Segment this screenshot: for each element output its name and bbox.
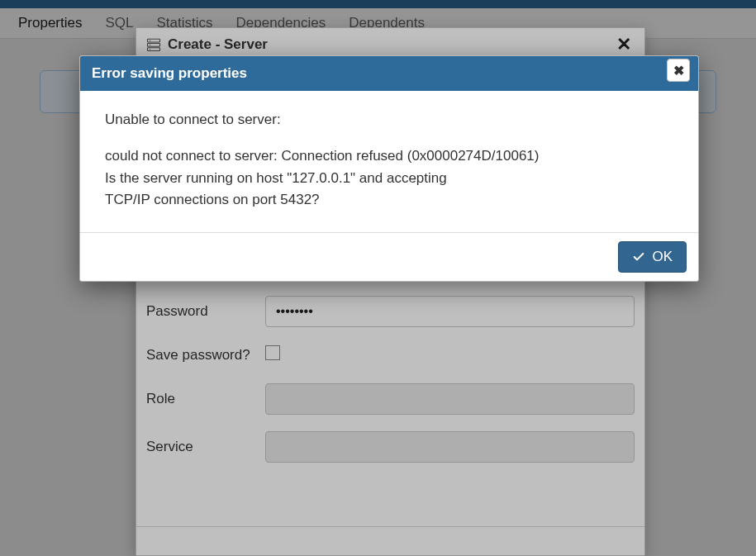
ok-button-label: OK <box>652 249 673 265</box>
error-dialog-footer: OK <box>80 232 698 281</box>
error-dialog-title: Error saving properties <box>92 65 663 82</box>
error-dialog-header: Error saving properties ✖ <box>80 56 698 91</box>
error-line-3: Is the server running on host "127.0.0.1… <box>105 168 673 189</box>
error-detail: could not connect to server: Connection … <box>105 145 673 211</box>
error-dialog-close-button[interactable]: ✖ <box>667 59 690 82</box>
error-line-2: could not connect to server: Connection … <box>105 145 673 167</box>
error-dialog-body: Unable to connect to server: could not c… <box>80 91 698 232</box>
check-icon <box>632 250 645 264</box>
error-line-1: Unable to connect to server: <box>105 109 673 131</box>
error-line-4: TCP/IP connections on port 5432? <box>105 189 673 211</box>
error-dialog: Error saving properties ✖ Unable to conn… <box>79 55 699 282</box>
ok-button[interactable]: OK <box>618 241 687 273</box>
